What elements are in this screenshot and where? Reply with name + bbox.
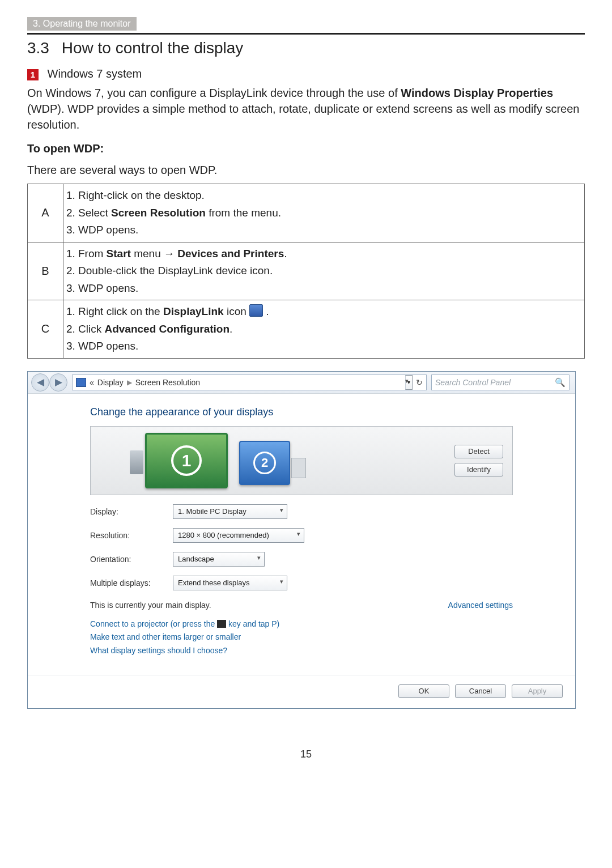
windows-key-icon xyxy=(217,620,226,628)
resolution-label: Resolution: xyxy=(90,531,164,540)
rule xyxy=(27,33,585,35)
page-number: 15 xyxy=(27,748,585,760)
to-open-sub: There are several ways to open WDP. xyxy=(27,162,585,178)
nav-forward-button[interactable]: ▶ xyxy=(49,373,67,392)
resolution-dropdown[interactable]: 1280 × 800 (recommended) xyxy=(173,528,304,543)
bullet-1-icon: 1 xyxy=(27,69,39,80)
breadcrumb-dropdown-icon[interactable]: ▾ xyxy=(405,375,413,390)
subheading-windows7: 1 Windows 7 system xyxy=(27,67,585,80)
control-panel-icon xyxy=(76,378,86,387)
c-step1: Right click on the DisplayLink icon . xyxy=(78,304,580,320)
apply-button[interactable]: Apply xyxy=(512,684,563,698)
breadcrumb-bar[interactable]: « Display ▶ Screen Resolution ▾ ↻ xyxy=(72,375,427,390)
breadcrumb-display[interactable]: Display xyxy=(97,378,124,387)
section-tab: 3. Operating the monitor xyxy=(27,17,137,31)
multiple-displays-label: Multiple displays: xyxy=(90,578,164,588)
displaylink-tray-icon xyxy=(249,304,263,317)
orientation-dropdown[interactable]: Landscape xyxy=(173,552,265,567)
table-row: C Right click on the DisplayLink icon . … xyxy=(28,300,585,359)
arrow-icon: → xyxy=(164,246,175,262)
intro-paragraph: On Windows 7, you can configure a Displa… xyxy=(27,85,585,133)
monitor-1-label: 1 xyxy=(171,445,202,476)
monitor-1[interactable]: 1 xyxy=(145,433,228,488)
nav-back-button[interactable]: ◀ xyxy=(31,373,49,392)
search-placeholder: Search Control Panel xyxy=(435,378,511,387)
main-display-note: This is currently your main display. xyxy=(90,601,211,610)
heading-text: How to control the display xyxy=(62,39,244,57)
refresh-icon[interactable]: ↻ xyxy=(416,378,423,387)
help-link[interactable]: What display settings should I choose? xyxy=(90,644,513,658)
table-row: B From Start menu → Devices and Printers… xyxy=(28,242,585,300)
ok-button[interactable]: OK xyxy=(398,684,449,698)
b-step1: From Start menu → Devices and Printers. xyxy=(78,246,580,262)
identify-button[interactable]: Identify xyxy=(454,463,503,476)
subheading-text: Windows 7 system xyxy=(48,67,142,80)
search-icon[interactable]: 🔍 xyxy=(555,377,566,388)
row-a-label: A xyxy=(28,184,63,242)
display-preview[interactable]: 1 2 Detect Identify xyxy=(90,426,513,495)
orientation-label: Orientation: xyxy=(90,555,164,564)
text-size-link[interactable]: Make text and other items larger or smal… xyxy=(90,631,513,644)
detect-button[interactable]: Detect xyxy=(454,445,503,458)
monitor-side-icon xyxy=(291,458,306,478)
display-dropdown[interactable]: 1. Mobile PC Display xyxy=(173,504,287,519)
to-open-heading: To open WDP: xyxy=(27,141,585,156)
a-step2: Select Screen Resolution from the menu. xyxy=(78,205,580,222)
monitor-2-label: 2 xyxy=(253,452,276,474)
b-step3: WDP opens. xyxy=(78,280,580,297)
breadcrumb-pre: « xyxy=(90,378,94,387)
monitor-2[interactable]: 2 xyxy=(239,441,290,485)
c-step2: Click Advanced Configuration. xyxy=(78,321,580,338)
search-input[interactable]: Search Control Panel 🔍 xyxy=(431,375,570,390)
row-b-label: B xyxy=(28,242,63,300)
display-label: Display: xyxy=(90,507,164,516)
advanced-settings-link[interactable]: Advanced settings xyxy=(448,601,513,610)
breadcrumb-screen-resolution[interactable]: Screen Resolution xyxy=(135,378,200,387)
cancel-button[interactable]: Cancel xyxy=(455,684,506,698)
c-step3: WDP opens. xyxy=(78,338,580,355)
heading-number: 3.3 xyxy=(27,39,49,57)
ways-table: A Right-click on the desktop. Select Scr… xyxy=(27,184,585,359)
panel-heading: Change the appearance of your displays xyxy=(90,406,513,418)
row-c-label: C xyxy=(28,300,63,359)
table-row: A Right-click on the desktop. Select Scr… xyxy=(28,184,585,242)
heading-3-3: 3.3 How to control the display xyxy=(27,39,585,57)
window-titlebar: ◀ ▶ « Display ▶ Screen Resolution ▾ ↻ Se… xyxy=(28,372,575,394)
multiple-displays-dropdown[interactable]: Extend these displays xyxy=(173,576,287,590)
connect-projector-link[interactable]: Connect to a projector (or press the key… xyxy=(90,618,513,631)
a-step3: WDP opens. xyxy=(78,222,580,239)
a-step1: Right-click on the desktop. xyxy=(78,188,580,204)
screen-resolution-window: ◀ ▶ « Display ▶ Screen Resolution ▾ ↻ Se… xyxy=(27,371,576,709)
monitor-stand-icon xyxy=(130,450,143,474)
breadcrumb-sep-icon: ▶ xyxy=(127,378,132,386)
b-step2: Double-click the DisplayLink device icon… xyxy=(78,263,580,279)
